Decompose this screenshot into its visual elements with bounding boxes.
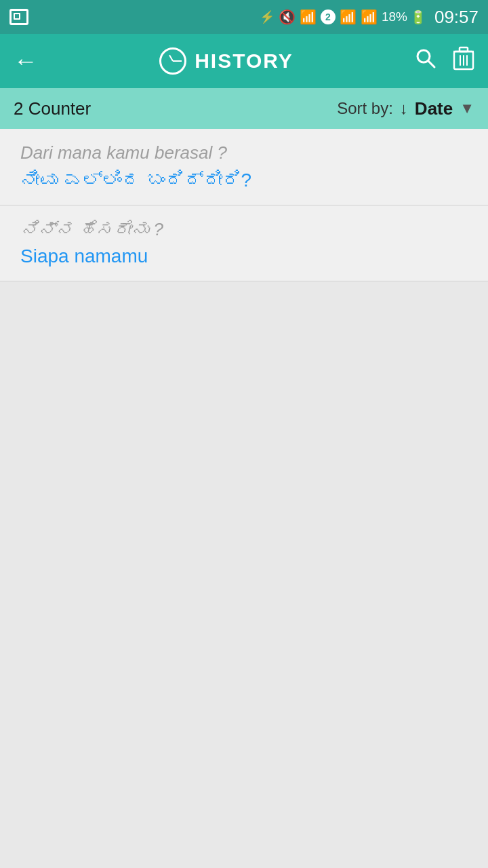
delete-button[interactable] [453,46,474,76]
history-item[interactable]: ನಿನ್ನ ಹೆಸರೇನು ? Siapa namamu [0,205,488,281]
item-original-text: ನಿನ್ನ ಹೆಸರೇನು ? [20,219,468,240]
status-left-icons [9,9,28,25]
toolbar-title: HISTORY [195,50,293,73]
toolbar-center: HISTORY [159,47,293,75]
status-bar: ⚡ 🔇 📶 2 📶 📶 18% 🔋 09:57 [0,0,488,34]
clock-minute-hand [173,60,182,62]
bluetooth-icon: ⚡ [260,9,274,24]
battery-icon: 🔋 [410,9,426,25]
sort-by-label: Sort by: [337,99,393,118]
svg-rect-4 [460,47,468,52]
sort-bar: 2 Counter Sort by: ↓ Date ▼ [0,88,488,129]
counter-label: 2 Counter [14,98,91,119]
svg-line-1 [428,61,434,67]
battery-percent: 18% [382,9,407,24]
signal2-icon: 📶 [361,9,378,25]
empty-area [0,281,488,868]
dropdown-icon[interactable]: ▼ [460,100,474,117]
battery-info: 18% 🔋 [382,9,426,25]
back-button[interactable]: ← [14,49,38,73]
clock-icon [159,47,186,75]
sort-controls[interactable]: Sort by: ↓ Date ▼ [337,98,474,119]
toolbar: ← HISTORY [0,34,488,88]
signal-icon: 📶 [340,9,357,25]
sim-badge: 2 [321,9,336,24]
sort-field-label: Date [415,98,453,119]
wifi-icon: 📶 [300,9,317,25]
sort-direction-icon: ↓ [400,99,408,118]
status-right-icons: ⚡ 🔇 📶 2 📶 📶 18% 🔋 09:57 [260,7,479,28]
item-translation-text: ನೀವು ಎಲ್ಲಿಂದ ಬಂದಿದ್ದೀರಿ? [20,169,468,191]
item-original-text: Dari mana kamu berasal ? [20,142,468,163]
history-item[interactable]: Dari mana kamu berasal ? ನೀವು ಎಲ್ಲಿಂದ ಬಂ… [0,129,488,205]
mute-icon: 🔇 [279,9,296,25]
history-list: Dari mana kamu berasal ? ನೀವು ಎಲ್ಲಿಂದ ಬಂ… [0,129,488,281]
search-button[interactable] [415,47,436,75]
screenshot-icon [9,9,28,25]
item-translation-text: Siapa namamu [20,245,468,267]
status-time: 09:57 [434,7,479,28]
toolbar-actions [415,46,474,76]
